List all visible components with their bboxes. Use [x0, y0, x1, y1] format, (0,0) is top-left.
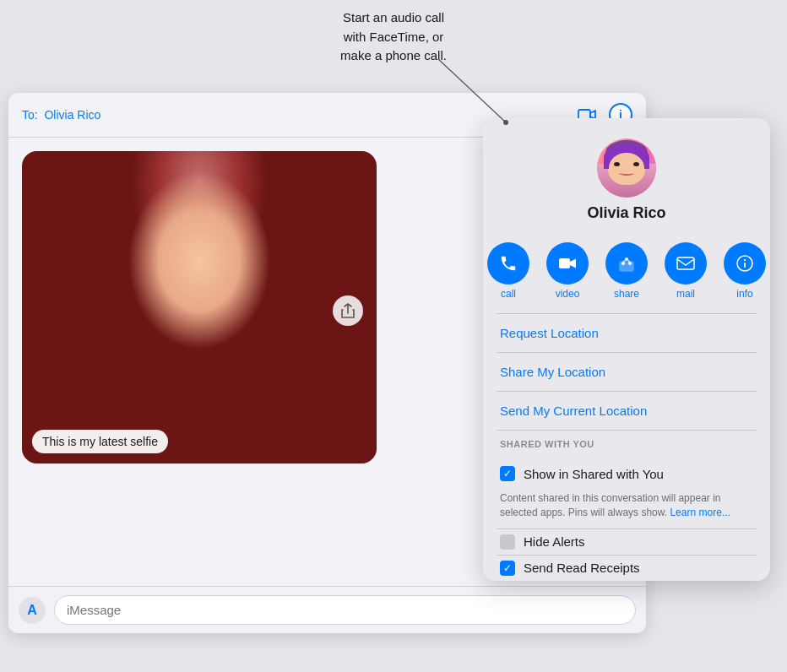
action-mail-button[interactable]: mail: [665, 242, 707, 300]
share-icon: [605, 242, 648, 285]
panel-top: Olivia Rico: [483, 118, 770, 236]
hide-alerts-label: Hide Alerts: [524, 534, 585, 549]
share-overlay: [333, 295, 363, 326]
info-label: info: [736, 288, 752, 300]
header-to-label: To: Olivia Rico: [22, 108, 100, 122]
action-buttons: call video share: [483, 236, 770, 313]
app-store-button[interactable]: A: [19, 597, 46, 624]
svg-point-12: [744, 259, 746, 261]
share-my-location-button[interactable]: Share My Location: [483, 353, 770, 391]
tooltip-connector-line: [438, 59, 565, 127]
svg-line-0: [438, 59, 506, 122]
panel-contact-name: Olivia Rico: [587, 204, 665, 222]
app-store-icon: A: [27, 603, 37, 618]
to-text: To:: [22, 108, 38, 122]
tooltip-line2: with FaceTime, or: [344, 30, 444, 44]
mail-label: mail: [676, 288, 695, 300]
hide-alerts-checkbox[interactable]: [500, 534, 515, 550]
svg-point-1: [503, 120, 508, 125]
send-read-receipts-checkbox[interactable]: ✓: [500, 561, 515, 576]
call-label: call: [501, 288, 516, 300]
send-read-receipts-label: Send Read Receipts: [524, 561, 640, 575]
photo-message: This is my latest selfie: [22, 151, 377, 463]
action-video-button[interactable]: video: [546, 242, 589, 300]
send-current-location-button[interactable]: Send My Current Location: [483, 392, 770, 430]
video-label: video: [556, 288, 580, 300]
svg-rect-13: [744, 263, 746, 268]
contact-avatar: [597, 138, 656, 198]
shared-with-you-label: SHARED WITH YOU: [500, 439, 753, 449]
svg-rect-3: [559, 258, 570, 268]
send-read-receipts-row: ✓ Send Read Receipts: [483, 555, 770, 581]
action-call-button[interactable]: call: [487, 242, 529, 300]
tooltip-line3: make a phone call.: [340, 48, 447, 62]
tooltip-line1: Start an audio call: [343, 10, 444, 24]
hide-alerts-row: Hide Alerts: [483, 529, 770, 555]
learn-more-link[interactable]: Learn more...: [670, 507, 730, 518]
tooltip: Start an audio call with FaceTime, or ma…: [340, 8, 447, 66]
contact-panel: Olivia Rico call video: [483, 118, 770, 581]
show-in-shared-label: Show in Shared with You: [524, 467, 664, 481]
action-info-button[interactable]: info: [724, 242, 766, 300]
action-share-button[interactable]: share: [605, 242, 648, 300]
info-action-icon: [724, 242, 766, 285]
photo-caption: This is my latest selfie: [32, 430, 168, 453]
svg-point-7: [625, 257, 628, 261]
photo-message-container: This is my latest selfie: [22, 151, 377, 470]
request-location-button[interactable]: Request Location: [483, 314, 770, 352]
shared-info-text: Content shared in this conversation will…: [483, 486, 770, 528]
show-in-shared-checkbox[interactable]: ✓: [500, 466, 515, 481]
input-bar: A: [8, 586, 646, 633]
share-button[interactable]: [333, 295, 363, 326]
video-icon: [546, 242, 589, 285]
svg-rect-10: [677, 257, 694, 269]
photo-person-image: [22, 151, 377, 463]
message-input[interactable]: [54, 595, 636, 625]
share-label: share: [614, 288, 639, 300]
header-contact-name: Olivia Rico: [44, 108, 100, 122]
show-in-shared-row: ✓ Show in Shared with You: [483, 461, 770, 486]
mail-icon: [665, 242, 707, 285]
shared-with-you-section: SHARED WITH YOU: [483, 431, 770, 461]
call-icon: [487, 242, 529, 285]
